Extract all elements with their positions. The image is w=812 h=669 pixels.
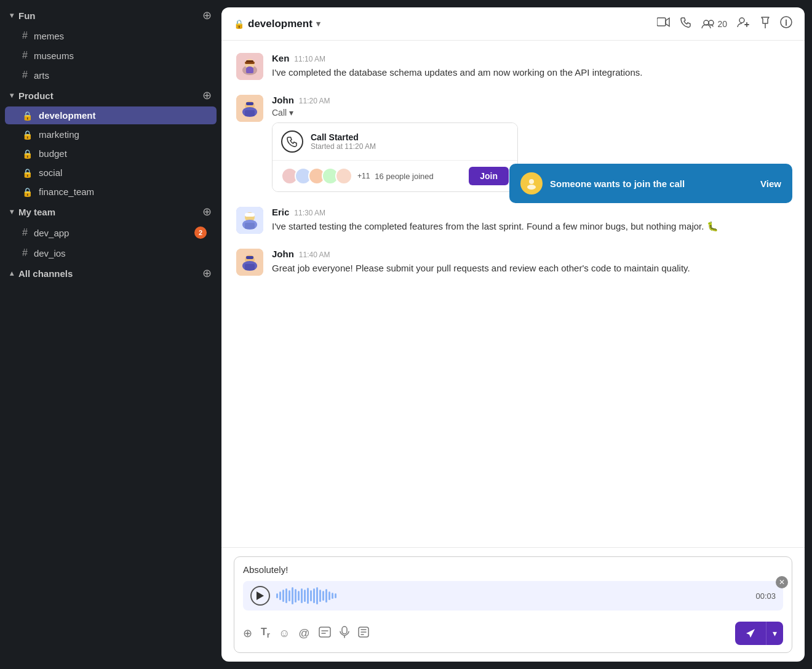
- sender-name: Ken: [272, 53, 289, 63]
- svg-point-18: [527, 185, 536, 190]
- send-button[interactable]: [735, 622, 766, 645]
- sender-name: John: [272, 249, 294, 259]
- mic-icon[interactable]: [340, 626, 349, 641]
- sidebar-section-product[interactable]: ▾ Product ⊕: [0, 85, 221, 106]
- sidebar-item-budget[interactable]: 🔒 budget: [5, 145, 217, 162]
- input-toolbar: ⊕ Tr ☺ @ ▾: [243, 617, 783, 645]
- at-mention-icon[interactable]: @: [298, 627, 309, 640]
- input-text: Absolutely!: [243, 564, 783, 575]
- svg-rect-21: [245, 213, 255, 217]
- chevron-product-icon: ▾: [10, 91, 14, 100]
- call-label[interactable]: Call ▾: [272, 108, 790, 118]
- sidebar-item-museums-label: museums: [34, 50, 74, 61]
- message-row: John 11:40 AM Great job everyone! Please…: [236, 249, 790, 276]
- sidebar-section-all-channels-label: All channels: [18, 268, 73, 279]
- sidebar-item-arts-label: arts: [34, 70, 49, 81]
- compose-icon[interactable]: [358, 627, 369, 641]
- message-row: Ken 11:10 AM I've completed the database…: [236, 53, 790, 80]
- avatar: [236, 207, 263, 234]
- sidebar-section-fun[interactable]: ▾ Fun ⊕: [0, 5, 221, 26]
- sidebar-item-memes[interactable]: # memes: [5, 26, 217, 45]
- message-time: 11:10 AM: [294, 55, 325, 63]
- call-subtitle: Started at 11:20 AM: [311, 142, 376, 151]
- sidebar-item-memes-label: memes: [34, 31, 64, 41]
- members-count[interactable]: 20: [701, 19, 727, 29]
- call-info: Call Started Started at 11:20 AM: [311, 132, 376, 151]
- svg-point-17: [529, 179, 534, 184]
- sidebar-item-arts[interactable]: # arts: [5, 66, 217, 84]
- notification-text: Someone wants to join the call: [550, 178, 753, 189]
- emoji-icon[interactable]: ☺: [279, 627, 290, 640]
- info-icon[interactable]: [780, 16, 792, 31]
- hash-icon: #: [22, 70, 28, 81]
- svg-rect-14: [246, 102, 253, 105]
- send-dropdown-button[interactable]: ▾: [766, 622, 783, 645]
- notification-banner: Someone wants to join the call View: [509, 164, 792, 203]
- message-text: I've started testing the completed featu…: [272, 220, 790, 234]
- video-icon[interactable]: [657, 17, 671, 30]
- sidebar-item-social[interactable]: 🔒 social: [5, 164, 217, 182]
- message-content: Ken 11:10 AM I've completed the database…: [272, 53, 790, 80]
- sidebar-section-my-team-label: My team: [18, 207, 55, 217]
- add-member-icon[interactable]: [737, 17, 750, 31]
- shortcut-icon[interactable]: [319, 627, 331, 641]
- channel-name: development: [248, 18, 312, 30]
- chevron-fun-icon: ▾: [10, 11, 14, 20]
- close-audio-button[interactable]: ✕: [776, 576, 788, 588]
- sidebar-item-dev-app[interactable]: # dev_app 2: [5, 223, 217, 242]
- lock-icon: 🔒: [22, 187, 33, 197]
- svg-rect-23: [245, 223, 255, 229]
- text-format-icon[interactable]: Tr: [261, 627, 270, 639]
- sidebar-section-all-channels[interactable]: ▴ All channels ⊕: [0, 263, 221, 284]
- sidebar-item-marketing-label: marketing: [39, 129, 79, 140]
- svg-rect-11: [246, 68, 253, 73]
- chevron-myteam-icon: ▾: [10, 207, 14, 216]
- sidebar-section-fun-label: Fun: [18, 10, 36, 21]
- hash-icon: #: [22, 50, 28, 61]
- pin-icon[interactable]: [760, 16, 770, 31]
- add-myteam-icon[interactable]: ⊕: [202, 205, 212, 218]
- avatar: [236, 53, 263, 80]
- lock-header-icon: 🔒: [234, 19, 244, 29]
- add-toolbar-icon[interactable]: ⊕: [243, 627, 252, 640]
- message-content: John 11:40 AM Great job everyone! Please…: [272, 249, 790, 276]
- dev-app-badge: 2: [194, 226, 207, 239]
- message-input-box[interactable]: Absolutely!: [234, 556, 792, 653]
- svg-rect-0: [657, 18, 666, 26]
- waveform: [276, 587, 749, 604]
- sidebar-item-marketing[interactable]: 🔒 marketing: [5, 126, 217, 143]
- chevron-call-icon: ▾: [289, 108, 293, 118]
- svg-rect-28: [245, 264, 255, 270]
- notification-view-button[interactable]: View: [760, 178, 781, 189]
- message-content: Eric 11:30 AM I've started testing the c…: [272, 207, 790, 234]
- header-icons: 20: [657, 16, 792, 31]
- sidebar-section-my-team[interactable]: ▾ My team ⊕: [0, 201, 221, 222]
- lock-icon: 🔒: [22, 149, 33, 159]
- avatar: [236, 95, 263, 122]
- call-more: +11: [357, 172, 370, 180]
- sidebar-item-dev-ios[interactable]: # dev_ios: [5, 244, 217, 262]
- join-call-button[interactable]: Join: [469, 167, 509, 185]
- notification-avatar: [520, 172, 543, 194]
- message-time: 11:30 AM: [294, 209, 325, 217]
- sidebar-item-development[interactable]: 🔒 development: [5, 106, 217, 124]
- message-row: Eric 11:30 AM I've started testing the c…: [236, 207, 790, 234]
- phone-icon[interactable]: [680, 17, 691, 31]
- sidebar: ▾ Fun ⊕ # memes # museums # arts ▾ Produ…: [0, 0, 221, 669]
- sidebar-item-museums[interactable]: # museums: [5, 46, 217, 65]
- chevron-channel-icon[interactable]: ▾: [316, 19, 320, 28]
- lock-icon: 🔒: [22, 130, 33, 140]
- play-button[interactable]: [250, 586, 270, 606]
- call-avatars: [281, 167, 352, 185]
- messages-area: Ken 11:10 AM I've completed the database…: [221, 41, 805, 547]
- message-text: I've completed the database schema updat…: [272, 66, 790, 80]
- avatar: [236, 249, 263, 276]
- send-button-group: ▾: [735, 622, 783, 645]
- message-text: Great job everyone! Please submit your p…: [272, 262, 790, 276]
- add-product-icon[interactable]: ⊕: [202, 89, 212, 102]
- add-fun-icon[interactable]: ⊕: [202, 9, 212, 22]
- sidebar-item-finance-team[interactable]: 🔒 finance_team: [5, 183, 217, 201]
- add-allchannels-icon[interactable]: ⊕: [202, 266, 212, 280]
- hash-icon: #: [22, 227, 28, 238]
- call-title: Call Started: [311, 132, 376, 142]
